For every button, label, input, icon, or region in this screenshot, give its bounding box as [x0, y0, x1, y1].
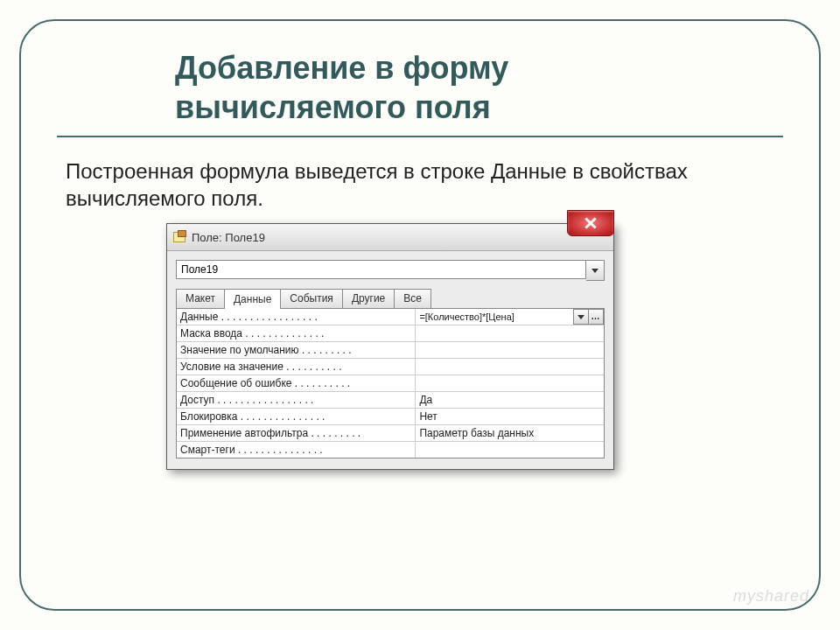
property-label: Значение по умолчанию . . . . . . . . .	[177, 342, 415, 358]
window-title: Поле: Поле19	[192, 231, 265, 244]
property-value[interactable]	[415, 359, 604, 374]
object-selector-dropdown[interactable]	[586, 260, 605, 281]
form-icon	[172, 230, 186, 244]
property-row: Смарт-теги . . . . . . . . . . . . . . .	[177, 442, 604, 458]
property-row: Доступ . . . . . . . . . . . . . . . . .…	[177, 392, 604, 409]
property-value[interactable]	[415, 342, 604, 358]
slide: Добавление в форму вычисляемого поля Пос…	[0, 0, 840, 630]
property-value[interactable]: =[Количество]*[Цена]…	[415, 309, 604, 325]
property-label: Блокировка . . . . . . . . . . . . . . .	[177, 409, 415, 424]
object-selector	[176, 260, 605, 281]
property-row: Данные . . . . . . . . . . . . . . . . .…	[177, 309, 604, 326]
property-label: Смарт-теги . . . . . . . . . . . . . . .	[177, 442, 415, 458]
property-label: Сообщение об ошибке . . . . . . . . . .	[177, 375, 415, 391]
property-row: Сообщение об ошибке . . . . . . . . . .	[177, 375, 604, 392]
window-titlebar[interactable]: Поле: Поле19	[167, 224, 613, 251]
value-dropdown-button[interactable]	[573, 309, 589, 325]
chevron-down-icon	[592, 269, 598, 273]
object-selector-input[interactable]	[176, 260, 586, 279]
title-line-2: вычисляемого поля	[175, 89, 491, 125]
builder-button[interactable]: …	[588, 309, 604, 325]
close-icon	[584, 217, 597, 229]
property-value[interactable]: Параметр базы данных	[415, 425, 604, 441]
property-label: Применение автофильтра . . . . . . . . .	[177, 425, 415, 441]
property-label: Данные . . . . . . . . . . . . . . . . .	[177, 309, 415, 325]
property-label: Маска ввода . . . . . . . . . . . . . .	[177, 326, 415, 341]
property-value[interactable]: Да	[415, 392, 604, 408]
tab-все[interactable]: Все	[394, 289, 431, 308]
property-row: Условие на значение . . . . . . . . . .	[177, 359, 604, 375]
property-value[interactable]	[415, 326, 604, 341]
value-buttons: …	[574, 309, 604, 325]
property-row: Применение автофильтра . . . . . . . . .…	[177, 425, 604, 442]
property-row: Маска ввода . . . . . . . . . . . . . .	[177, 326, 604, 342]
tab-strip: МакетДанныеСобытияДругиеВсе	[176, 288, 605, 309]
property-row: Значение по умолчанию . . . . . . . . .	[177, 342, 604, 359]
property-value[interactable]: Нет	[415, 409, 604, 424]
slide-title: Добавление в форму вычисляемого поля	[175, 48, 508, 127]
tab-другие[interactable]: Другие	[342, 289, 395, 308]
property-value[interactable]	[415, 442, 604, 458]
property-grid: Данные . . . . . . . . . . . . . . . . .…	[176, 309, 605, 458]
close-button[interactable]	[567, 210, 614, 236]
tab-события[interactable]: События	[280, 289, 343, 308]
chevron-down-icon	[578, 315, 584, 319]
slide-description: Построенная формула выведется в строке Д…	[66, 158, 774, 212]
property-label: Условие на значение . . . . . . . . . .	[177, 359, 415, 374]
title-line-1: Добавление в форму	[175, 50, 508, 86]
window-body: МакетДанныеСобытияДругиеВсе Данные . . .…	[167, 251, 613, 469]
ellipsis-icon: …	[592, 312, 601, 321]
watermark: myshared	[733, 587, 809, 606]
tab-макет[interactable]: Макет	[176, 289, 225, 308]
tab-данные[interactable]: Данные	[224, 289, 281, 309]
property-row: Блокировка . . . . . . . . . . . . . . .…	[177, 409, 604, 425]
property-value[interactable]	[415, 375, 604, 391]
property-label: Доступ . . . . . . . . . . . . . . . . .	[177, 392, 415, 408]
properties-window: Поле: Поле19 МакетДанныеСобытияДругиеВсе…	[166, 223, 614, 470]
title-rule	[57, 136, 783, 137]
